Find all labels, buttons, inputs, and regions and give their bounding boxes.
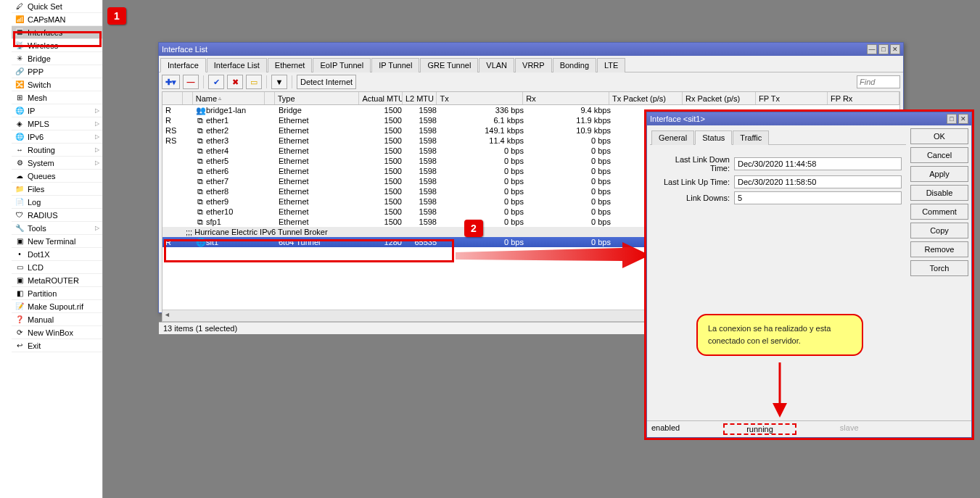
detect-internet-button[interactable]: Detect Internet [297, 75, 356, 89]
tab-ip-tunnel[interactable]: IP Tunnel [371, 58, 419, 72]
badge-2: 2 [464, 220, 483, 237]
interface-tabs: InterfaceInterface ListEthernetEoIP Tunn… [159, 56, 903, 72]
table-header[interactable]: Name▵ Type Actual MTU L2 MTU Tx Rx Tx Pa… [162, 92, 899, 105]
dialog-maximize-button[interactable]: □ [947, 114, 957, 124]
disable-button[interactable]: Disable [910, 185, 968, 201]
main-menu: 🖊Quick Set📶CAPsMAN🔳Interfaces📡Wireless✳B… [12, 0, 102, 352]
menu-item-metarouter[interactable]: ▣MetaROUTER [12, 274, 102, 287]
tab-interface-list[interactable]: Interface List [207, 58, 267, 72]
enable-button[interactable]: ✔ [208, 75, 224, 89]
menu-item-log[interactable]: 📄Log [12, 196, 102, 209]
tab-eoip-tunnel[interactable]: EoIP Tunnel [313, 58, 371, 72]
dialog-titlebar[interactable]: Interface <sit1> □ ✕ [647, 112, 971, 125]
menu-item-ipv6[interactable]: 🌐IPv6▷ [12, 130, 102, 144]
menu-item-partition[interactable]: ◧Partition [12, 287, 102, 300]
ok-button[interactable]: OK [910, 128, 968, 144]
menu-icon: ▭ [15, 262, 25, 273]
dialog-close-button[interactable]: ✕ [958, 114, 968, 124]
add-button[interactable]: ✚▾ [162, 75, 180, 89]
menu-item-files[interactable]: 📁Files [12, 183, 102, 196]
menu-icon: 📡 [15, 41, 25, 51]
cancel-button[interactable]: Cancel [910, 147, 968, 163]
menu-item-switch[interactable]: 🔀Switch [12, 78, 102, 91]
menu-item-exit[interactable]: ↩Exit [12, 339, 102, 352]
tab-bonding[interactable]: Bonding [553, 58, 596, 72]
menu-icon: 🔧 [15, 223, 25, 233]
dialog-buttons: OKCancelApplyDisableCommentCopyRemoveTor… [910, 128, 968, 276]
menu-item-manual[interactable]: ❓Manual [12, 313, 102, 326]
find-input[interactable] [857, 75, 900, 88]
menu-item-quick-set[interactable]: 🖊Quick Set [12, 0, 102, 13]
status-running: running [723, 423, 796, 435]
menu-icon: 📶 [15, 14, 25, 25]
menu-item-ip[interactable]: 🌐IP▷ [12, 104, 102, 117]
menu-icon: 🌐 [15, 106, 25, 116]
field-value[interactable]: Dec/30/2020 11:58:50 [734, 175, 902, 188]
sidebar: RouterOS WinBox 🖊Quick Set📶CAPsMAN🔳Inter… [0, 0, 103, 498]
menu-item-mpls[interactable]: ◈MPLS▷ [12, 117, 102, 130]
submenu-arrow-icon: ▷ [95, 120, 99, 127]
dialog-status-bar: enabled running slave [647, 420, 971, 437]
menu-icon: 🔀 [15, 80, 25, 90]
dialog-tab-status[interactable]: Status [695, 130, 732, 145]
menu-item-new-winbox[interactable]: ⟳New WinBox [12, 326, 102, 339]
apply-button[interactable]: Apply [910, 166, 968, 182]
titlebar[interactable]: Interface List — □ ✕ [159, 43, 903, 56]
tab-vlan[interactable]: VLAN [479, 58, 514, 72]
dialog-tab-traffic[interactable]: Traffic [733, 130, 769, 145]
menu-icon: ❓ [15, 315, 25, 325]
minimize-button[interactable]: — [867, 44, 877, 54]
menu-item-make-supout.rif[interactable]: 📝Make Supout.rif [12, 300, 102, 313]
remove-button[interactable]: Remove [910, 241, 968, 257]
menu-icon: 📝 [15, 302, 25, 312]
field-value[interactable]: Dec/30/2020 11:44:58 [734, 157, 902, 170]
menu-icon: 🔳 [15, 28, 25, 38]
menu-item-new-terminal[interactable]: ▣New Terminal [12, 235, 102, 248]
menu-item-lcd[interactable]: ▭LCD [12, 261, 102, 274]
menu-item-ppp[interactable]: 🔗PPP [12, 65, 102, 78]
menu-icon: 📄 [15, 197, 25, 207]
menu-icon: 🌐 [15, 132, 25, 142]
tab-ethernet[interactable]: Ethernet [268, 58, 313, 72]
menu-icon: 🔗 [15, 67, 25, 77]
close-button[interactable]: ✕ [890, 44, 900, 54]
filter-button[interactable]: ▼ [271, 75, 287, 89]
tab-lte[interactable]: LTE [597, 58, 625, 72]
menu-icon: 📁 [15, 184, 25, 194]
menu-item-radius[interactable]: 🛡RADIUS [12, 209, 102, 222]
remove-button[interactable]: — [183, 75, 199, 89]
window-title: Interface List [162, 45, 207, 54]
comment-button[interactable]: Comment [910, 204, 968, 220]
menu-icon: ⊞ [15, 93, 25, 103]
comment-button[interactable]: ▭ [246, 75, 262, 89]
copy-button[interactable]: Copy [910, 223, 968, 238]
submenu-arrow-icon: ▷ [95, 146, 99, 153]
menu-icon: ▣ [15, 275, 25, 286]
interface-sit1-dialog: Interface <sit1> □ ✕ GeneralStatusTraffi… [646, 112, 972, 438]
menu-icon: ☁ [15, 171, 25, 181]
tab-interface[interactable]: Interface [160, 58, 206, 72]
menu-item-mesh[interactable]: ⊞Mesh [12, 91, 102, 104]
torch-button[interactable]: Torch [910, 260, 968, 276]
field-value[interactable]: 5 [734, 191, 902, 204]
menu-item-bridge[interactable]: ✳Bridge [12, 52, 102, 65]
tab-vrrp[interactable]: VRRP [515, 58, 552, 72]
menu-item-interfaces[interactable]: 🔳Interfaces [12, 26, 102, 39]
disable-button[interactable]: ✖ [227, 75, 243, 89]
menu-icon: • [15, 249, 25, 260]
dialog-tab-general[interactable]: General [651, 130, 694, 145]
menu-item-routing[interactable]: ↔Routing▷ [12, 144, 102, 157]
menu-icon: ↩ [15, 341, 25, 351]
maximize-button[interactable]: □ [878, 44, 889, 54]
badge-1: 1 [107, 7, 126, 25]
menu-item-wireless[interactable]: 📡Wireless [12, 39, 102, 52]
toolbar: ✚▾ — ✔ ✖ ▭ ▼ Detect Internet [159, 72, 903, 91]
menu-icon: ⚙ [15, 158, 25, 168]
dialog-fields: Last Link Down Time:Dec/30/2020 11:44:58… [650, 145, 906, 215]
tab-gre-tunnel[interactable]: GRE Tunnel [420, 58, 478, 72]
menu-item-capsman[interactable]: 📶CAPsMAN [12, 13, 102, 26]
menu-item-tools[interactable]: 🔧Tools▷ [12, 222, 102, 235]
menu-item-system[interactable]: ⚙System▷ [12, 157, 102, 170]
menu-item-dot1x[interactable]: •Dot1X [12, 248, 102, 261]
menu-item-queues[interactable]: ☁Queues [12, 170, 102, 183]
